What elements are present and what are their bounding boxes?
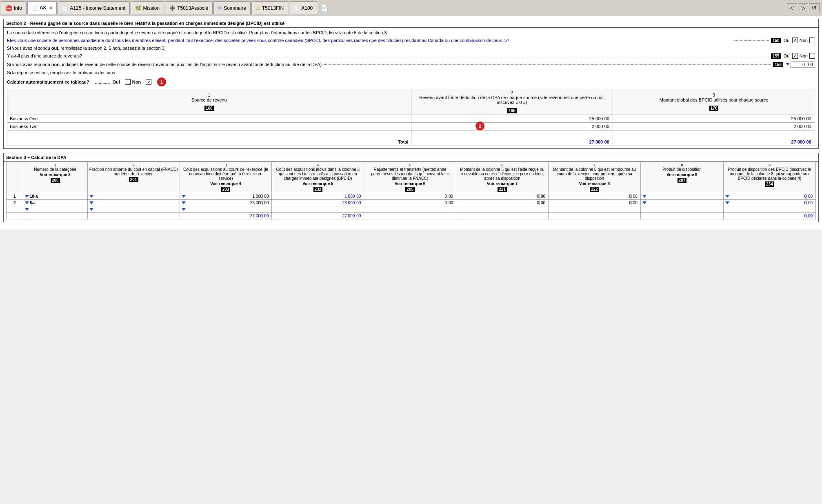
q1-note: Si vous avez répondu oui, remplissez la … — [7, 46, 815, 51]
q2-oui-label: Oui — [784, 53, 791, 58]
col1-label: Source de revenu — [10, 97, 409, 102]
s3-r1-col9[interactable]: 0 00 — [724, 193, 816, 200]
col3-label: Montant global des BPCID utilisés pour c… — [615, 97, 812, 102]
s3-r3-num — [7, 206, 23, 213]
s3-r2-col4[interactable]: 26 000 00 — [272, 200, 364, 206]
s2-r1-bpcid[interactable]: 25 000 00 — [613, 115, 815, 123]
s3-r2-fnacc[interactable] — [87, 200, 180, 206]
tab-t5013[interactable]: ➕ T5013Associé — [165, 1, 213, 14]
s3-r2-col8[interactable] — [640, 200, 723, 206]
s3-r3-col4[interactable] — [272, 206, 364, 213]
s2-total-bpcid: 27 000 00 — [613, 138, 815, 146]
tab-t5013fin[interactable]: ⚠ T5013FIN — [251, 1, 288, 14]
nav-back[interactable]: ◁ — [787, 3, 797, 12]
tab-a8-close[interactable]: ✕ — [49, 6, 52, 10]
tab-a100-label: A100 — [301, 5, 313, 11]
s3-col5-header: 5 Rajustements et transferts (mettez ent… — [364, 162, 456, 193]
s3-r3-col6[interactable] — [456, 206, 549, 213]
s3-r2-col7[interactable]: 0 00 — [548, 200, 640, 206]
tab-info[interactable]: ⛔ Info — [1, 1, 27, 14]
s3-r3-fnacc[interactable] — [87, 206, 180, 213]
s3-col1-header: 1 Numéro de la catégorie Voir remarque 3… — [23, 162, 87, 193]
tab-a8[interactable]: 📄 A8 ✕ — [27, 1, 57, 14]
s3-r1-col6[interactable]: 0 00 — [456, 193, 549, 200]
s3-r2-col5[interactable]: 0 00 — [364, 200, 456, 206]
s3-r3-col3[interactable] — [180, 206, 272, 213]
q2-text: Y a-t-il plus d'une source de revenus? — [7, 53, 82, 58]
s2-r3-source[interactable] — [7, 130, 411, 138]
col3-header: 3 Montant global des BPCID utilisés pour… — [613, 89, 815, 115]
section2-table: 1 Source de revenu 160 2 Revenu avant to… — [7, 89, 815, 146]
q3-int: 0 — [793, 62, 805, 67]
s3-col9-header: 9 Produit de disposition des BPCID (insc… — [724, 162, 816, 193]
s2-r2-revenu[interactable]: 2 000 00 — [411, 123, 613, 130]
nav-forward[interactable]: ▷ — [798, 3, 808, 12]
q3-dec: 00 — [805, 62, 813, 67]
tab-sommaire[interactable]: ✉ Sommaire — [213, 1, 251, 14]
auto-oui-checkbox[interactable] — [125, 79, 131, 85]
tab-t5013-label: T5013Associé — [177, 5, 208, 11]
s3-r1-cat[interactable]: 10-a — [23, 193, 87, 200]
q3-field: 156 — [773, 62, 783, 67]
s2-r3-revenu[interactable] — [411, 130, 613, 138]
s2-row-1: Business One 25 000 00 25 000 00 — [7, 115, 815, 123]
s3-col8-header: 8 Produit de disposition Voir remarque 9… — [640, 162, 723, 193]
auto-oui-label: Oui — [112, 80, 120, 84]
s3-total-empty2 — [23, 213, 87, 219]
s3-total-col7 — [548, 213, 640, 219]
s3-r1-col4[interactable]: 1 000 00 — [272, 193, 364, 200]
s3-r1-fnacc[interactable] — [87, 193, 180, 200]
s3-r3-cat[interactable] — [23, 206, 87, 213]
doc2-icon: 📄 — [62, 5, 68, 11]
s2-r3-bpcid[interactable] — [613, 130, 815, 138]
tab-mission-label: Mission — [143, 5, 160, 11]
s3-total-col8 — [640, 213, 723, 219]
s2-r1-revenu[interactable]: 25 000 00 — [411, 115, 613, 123]
info-icon: ⛔ — [5, 5, 12, 11]
nav-refresh[interactable]: ↺ — [809, 3, 820, 12]
s2-r2-bpcid[interactable]: 2 000 00 — [613, 123, 815, 130]
tab-t5013fin-label: T5013FIN — [262, 5, 284, 11]
s3-total-row: 27 000 00 27 000 00 — [7, 213, 816, 219]
s2-row-3 — [7, 130, 815, 138]
s3-r2-col9[interactable]: 0 00 — [724, 200, 816, 206]
s3-r1-col5[interactable]: 0 00 — [364, 193, 456, 200]
s3-r2-col6[interactable]: 0 00 — [456, 200, 549, 206]
q3-field-box[interactable]: 0 00 — [791, 61, 815, 68]
s3-r3-col5[interactable] — [364, 206, 456, 213]
total-label: Total — [7, 138, 411, 146]
q1-oui-checkbox[interactable] — [792, 38, 798, 43]
s3-r1-col7[interactable]: 0 00 — [548, 193, 640, 200]
auto-dots: ............ — [95, 80, 110, 84]
q1-non-checkbox[interactable] — [809, 38, 815, 43]
dd-arrow-q3 — [786, 61, 791, 68]
s3-r1-col3[interactable]: 1 000 00 — [180, 193, 272, 200]
s3-total-col9: 0 00 — [724, 213, 816, 219]
tab-mission[interactable]: 🌿 Mission — [131, 1, 164, 14]
s3-total-col4: 27 000 00 — [272, 213, 364, 219]
auto-non-checkbox[interactable] — [146, 79, 151, 85]
section3-box: Section 3 – Calcul de la DPA 1 Numéro de… — [3, 153, 819, 222]
s3-total-col6 — [456, 213, 549, 219]
tab-bar: ⛔ Info 📄 A8 ✕ 📄 A125 - Income Statement … — [0, 0, 822, 15]
plus-icon: ➕ — [169, 5, 176, 11]
s3-r1-col8[interactable] — [640, 193, 723, 200]
q2-oui-checkbox[interactable] — [792, 53, 798, 59]
s3-r2-num: 2 — [7, 200, 23, 206]
s3-r2-cat[interactable]: 8-a — [23, 200, 87, 206]
tab-a100[interactable]: 📄 A100 — [289, 1, 317, 14]
s3-row-1: 1 10-a — [7, 193, 816, 200]
s3-r3-col8[interactable] — [640, 206, 723, 213]
q2-row: Y a-t-il plus d'une source de revenus? 1… — [7, 53, 815, 59]
s3-r3-col9[interactable] — [724, 206, 816, 213]
s3-r3-col7[interactable] — [548, 206, 640, 213]
nav-buttons: ◁ ▷ ↺ — [787, 3, 821, 12]
col2-header: 2 Revenu avant toute déduction de la DPA… — [411, 89, 613, 115]
tab-sommaire-label: Sommaire — [224, 5, 246, 11]
col3-field-badge: 170 — [615, 106, 812, 111]
q2-non-checkbox[interactable] — [809, 53, 815, 59]
q2-non-label: Non — [800, 53, 808, 58]
tab-a125[interactable]: 📄 A125 - Income Statement — [58, 1, 130, 14]
s2-r2-source: Business Two — [7, 123, 411, 130]
s3-r2-col3[interactable]: 26 000 00 — [180, 200, 272, 206]
